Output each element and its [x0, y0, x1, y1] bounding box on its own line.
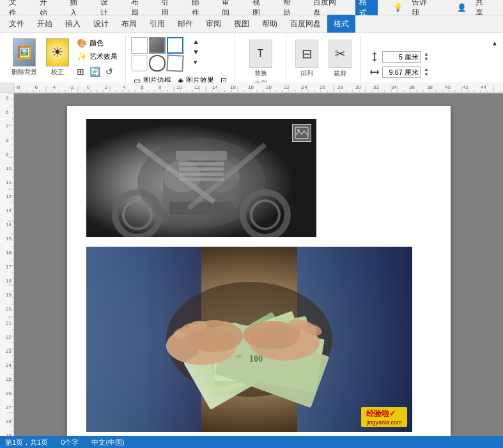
horizontal-ruler [14, 82, 503, 93]
height-arrows: ▲ ▼ [423, 52, 429, 62]
svg-rect-21 [179, 173, 224, 176]
crop-button[interactable]: ✂ 裁剪 [325, 37, 355, 81]
style-preset-4[interactable] [131, 55, 148, 72]
crop-icon: ✂ [329, 40, 352, 68]
width-decrement[interactable]: ▼ [423, 72, 429, 77]
ribbon: 文件 开始 插入 设计 布局 引用 邮件 审阅 视图 帮助 百度网盘 格式 🖼️… [0, 15, 503, 82]
reset-icon: ↺ [105, 66, 113, 77]
remove-bg-label: 删除背景 [12, 68, 37, 77]
width-input[interactable] [382, 66, 421, 78]
svg-point-24 [297, 129, 300, 132]
svg-rect-22 [179, 178, 224, 181]
watermark-text: 经验啦✓ [366, 408, 401, 419]
motorcycle-image[interactable] [86, 119, 316, 237]
height-decrement[interactable]: ▼ [423, 57, 429, 62]
tab-design[interactable]: 设计 [87, 15, 115, 33]
arrange-button[interactable]: ⊟ 排列 [291, 37, 322, 81]
height-icon [369, 52, 380, 62]
height-input[interactable] [382, 51, 421, 63]
svg-rect-20 [179, 167, 224, 171]
svg-marker-1 [372, 52, 377, 54]
compress-button[interactable]: ⊞ [74, 65, 87, 78]
style-preset-2[interactable] [149, 37, 166, 54]
replace-text-label: 替换 [254, 69, 267, 78]
vertical-ruler [0, 93, 14, 436]
menu-bar: 文件 开始 插入 设计 布局 引用 邮件 审阅 视图 帮助 百度网盘 格式 💡 … [0, 0, 503, 15]
watermark-subtext: jingyanla.com [366, 419, 401, 426]
tab-format[interactable]: 格式 [327, 15, 355, 33]
tab-layout[interactable]: 布局 [115, 15, 143, 33]
style-scroll-down[interactable]: ▼ [190, 47, 202, 56]
correct-label: 校正 [51, 68, 64, 77]
crop-label: 裁剪 [334, 69, 346, 78]
money-svg: 100 100 [86, 247, 412, 432]
page-info: 第1页，共1页 [5, 438, 48, 447]
width-icon [369, 67, 380, 77]
tab-baidu[interactable]: 百度网盘 [284, 15, 327, 33]
style-preset-6[interactable] [166, 54, 183, 72]
change-picture-button[interactable]: 🔄 [88, 65, 102, 78]
compress-icon: ⊞ [77, 66, 84, 77]
art-effect-icon: ✨ [77, 52, 87, 61]
svg-marker-4 [370, 70, 372, 75]
ruler-corner [0, 82, 14, 93]
ribbon-tabs: 文件 开始 插入 设计 布局 引用 邮件 审阅 视图 帮助 百度网盘 格式 [0, 15, 503, 33]
arrange-label: 排列 [300, 69, 313, 78]
style-preset-1[interactable] [131, 37, 148, 54]
tab-file[interactable]: 文件 [3, 15, 31, 33]
remove-background-button[interactable]: 🖼️ 删除背景 [8, 36, 41, 79]
art-effect-button[interactable]: ✨ 艺术效果 [74, 50, 120, 63]
tab-references[interactable]: 引用 [143, 15, 171, 33]
replace-text-icon: T [249, 40, 272, 68]
status-bar: 第1页，共1页 0个字 中文(中国) [0, 436, 503, 448]
style-preset-5[interactable] [149, 55, 166, 72]
svg-rect-19 [179, 162, 224, 166]
tab-help[interactable]: 帮助 [256, 15, 284, 33]
svg-rect-12 [176, 151, 227, 160]
width-arrows: ▲ ▼ [423, 67, 429, 77]
style-scroll-up[interactable]: ▲ [190, 37, 202, 46]
height-row: ▲ ▼ [369, 51, 429, 63]
style-preset-3[interactable] [167, 37, 183, 54]
lightbulb-icon: 💡 [389, 2, 406, 13]
tab-home[interactable]: 开始 [31, 15, 59, 33]
money-image[interactable]: 100 100 [86, 247, 412, 432]
tab-review[interactable]: 审阅 [199, 15, 228, 33]
arrange-icon: ⊟ [295, 40, 318, 68]
image-placeholder-icon [292, 124, 311, 142]
svg-marker-5 [377, 70, 379, 75]
horizontal-ruler-area [0, 82, 503, 93]
motorcycle-svg [86, 119, 316, 237]
correct-icon: ☀ [46, 38, 69, 66]
svg-rect-11 [169, 202, 233, 215]
change-picture-icon: 🔄 [89, 66, 100, 77]
reset-picture-button[interactable]: ↺ [103, 65, 116, 78]
width-row: ▲ ▼ [369, 66, 429, 78]
color-button[interactable]: 🎨 颜色 [74, 37, 120, 49]
language: 中文(中国) [91, 438, 124, 447]
word-count: 0个字 [61, 438, 79, 447]
broken-image-icon [295, 127, 309, 139]
page-area[interactable]: 100 100 [14, 93, 503, 436]
color-icon: 🎨 [77, 38, 87, 48]
tab-insert[interactable]: 插入 [59, 15, 87, 33]
correct-button[interactable]: ☀ 校正 [42, 36, 73, 79]
collapse-ribbon-button[interactable]: ▲ [489, 38, 500, 48]
tab-mail[interactable]: 邮件 [171, 15, 199, 33]
document-area: 100 100 [0, 93, 503, 436]
color-label: 颜色 [89, 38, 104, 48]
person-icon: 👤 [453, 2, 470, 13]
tab-view[interactable]: 视图 [228, 15, 256, 33]
document-page: 100 100 [67, 106, 451, 436]
art-effect-label: 艺术效果 [89, 52, 118, 61]
svg-marker-2 [372, 59, 377, 61]
style-more[interactable]: ▾ [190, 58, 202, 67]
remove-bg-icon: 🖼️ [13, 38, 36, 66]
watermark-container: 经验啦✓ jingyanla.com [361, 407, 406, 427]
